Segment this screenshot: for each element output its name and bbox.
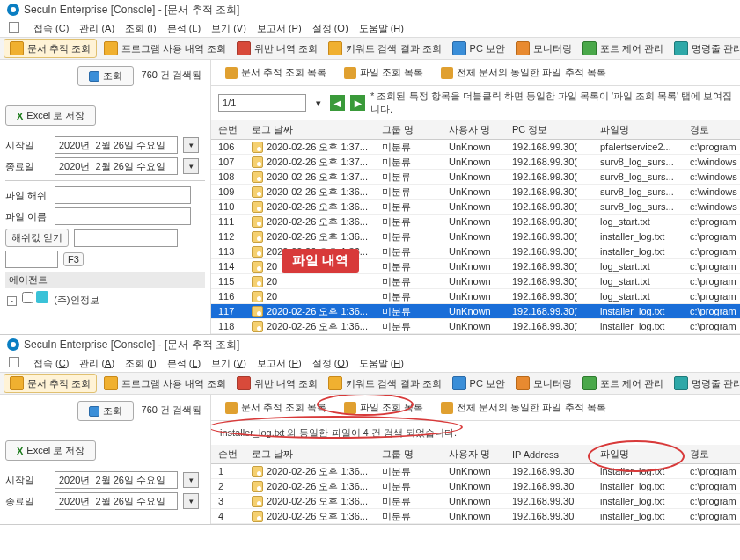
menu-view[interactable]: 보기 (V) [211,357,246,369]
tool-violation[interactable]: 위반 내역 조회 [233,40,321,57]
tab-trace-list[interactable]: 문서 추적 조회 목록 [218,398,333,417]
menu-connect[interactable]: 접속 (C) [33,357,69,369]
agent-name[interactable]: (주)인정보 [54,295,99,305]
query-button[interactable]: 조회 [77,401,134,421]
table-row[interactable]: 115 20 미분류 UnKnown 192.168.99.30( log_st… [211,274,740,289]
menu-analyze[interactable]: 분석 (L) [167,22,201,34]
control-box-icon[interactable] [9,22,19,33]
tab-identical-files[interactable]: 전체 문서의 동일한 파일 추적 목록 [434,63,612,82]
file-hash-input[interactable] [55,186,191,204]
tool-port[interactable]: 포트 제어 관리 [579,375,667,392]
end-date-input[interactable] [55,157,178,175]
page-prev-button[interactable]: ◀ [330,95,345,111]
start-date-input[interactable] [55,136,178,154]
tool-monitoring[interactable]: 모니터링 [512,40,575,57]
tool-violation[interactable]: 위반 내역 조회 [233,375,321,392]
table-row[interactable]: 109 2020-02-26 오후 1:36... 미분류 UnKnown 19… [211,185,740,200]
menu-manage[interactable]: 관리 (A) [79,357,114,369]
tree-expand-icon[interactable]: - [7,296,17,306]
tab-trace-list[interactable]: 문서 추적 조회 목록 [218,63,333,82]
col-no[interactable]: 순번 [211,123,252,136]
col-group[interactable]: 그룹 명 [382,447,449,461]
hash-calc-button[interactable]: 해쉬값 얻기 [5,229,69,247]
table-row[interactable]: 111 2020-02-26 오후 1:36... 미분류 UnKnown 19… [211,215,740,229]
col-pc[interactable]: PC 정보 [512,123,600,136]
menu-help[interactable]: 도움말 (H) [359,357,404,369]
tool-doc-trace[interactable]: 문서 추적 조회 [4,39,97,58]
col-date[interactable]: 로그 날짜 [252,447,382,461]
col-user[interactable]: 사용자 명 [449,447,512,461]
menu-query[interactable]: 조회 (I) [125,357,156,369]
table-row[interactable]: 112 2020-02-26 오후 1:36... 미분류 UnKnown 19… [211,229,740,244]
query-button[interactable]: 조회 [77,66,134,86]
col-no[interactable]: 순번 [211,447,252,461]
table-row[interactable]: 116 20 미분류 UnKnown 192.168.99.30( log_st… [211,289,740,304]
menu-manage[interactable]: 관리 (A) [79,22,114,34]
tool-monitoring[interactable]: 모니터링 [512,375,575,392]
tool-cmdline[interactable]: 명령줄 관리 [670,40,740,57]
table-row[interactable]: 117 2020-02-26 오후 1:36... 미분류 UnKnown 19… [211,304,740,319]
menu-help[interactable]: 도움말 (H) [359,22,404,34]
agent-root-checkbox[interactable] [22,292,33,303]
table-row[interactable]: 118 2020-02-26 오후 1:36... 미분류 UnKnown 19… [211,319,740,334]
table-row[interactable]: 3 2020-02-26 오후 1:36... 미분류 UnKnown 192.… [211,494,740,509]
cell-filename: installer_log.txt [600,321,690,331]
f3-input[interactable] [5,251,58,268]
col-path[interactable]: 경로 [690,447,740,461]
tab-icon [225,67,238,79]
tool-program-usage[interactable]: 프로그램 사용 내역 조회 [100,40,230,57]
col-user[interactable]: 사용자 명 [449,123,512,136]
menu-connect[interactable]: 접속 (C) [33,22,69,34]
menu-settings[interactable]: 설정 (O) [312,357,348,369]
cell-no: 1 [211,466,252,476]
table-row[interactable]: 107 2020-02-26 오후 1:37... 미분류 UnKnown 19… [211,155,740,170]
control-box-icon[interactable] [9,357,19,367]
menu-report[interactable]: 보고서 (P) [257,22,302,34]
tool-doc-trace[interactable]: 문서 추적 조회 [4,374,97,393]
menu-view[interactable]: 보기 (V) [211,22,246,34]
col-ip[interactable]: IP Address [512,449,600,460]
tool-pc-security[interactable]: PC 보안 [449,375,509,392]
table-row[interactable]: 2 2020-02-26 오후 1:36... 미분류 UnKnown 192.… [211,479,740,494]
f3-button[interactable]: F3 [63,252,84,266]
file-name-input[interactable] [55,207,191,225]
page-next-button[interactable]: ▶ [350,95,365,111]
cell-user: UnKnown [449,321,512,331]
col-path[interactable]: 경로 [690,123,740,136]
menu-query[interactable]: 조회 (I) [125,22,156,34]
tool-keyword[interactable]: 키워드 검색 결과 조회 [325,40,444,57]
start-date-input[interactable] [55,471,178,489]
tool-program-usage[interactable]: 프로그램 사용 내역 조회 [100,375,230,392]
cell-user: UnKnown [449,511,512,521]
end-date-picker[interactable]: ▾ [183,158,199,174]
col-date[interactable]: 로그 날짜 [252,123,382,136]
cell-path: c:\program [690,481,740,491]
table-row[interactable]: 4 2020-02-26 오후 1:36... 미분류 UnKnown 192.… [211,509,740,524]
cell-pc: 192.168.99.30 [512,511,600,521]
tab-identical-files[interactable]: 전체 문서의 동일한 파일 추적 목록 [434,398,612,417]
excel-save-button[interactable]: XExcel 로 저장 [5,105,96,126]
start-date-picker[interactable]: ▾ [183,137,199,153]
excel-save-button[interactable]: XExcel 로 저장 [5,440,96,461]
col-filename[interactable]: 파일명 [600,123,690,136]
end-date-picker[interactable]: ▾ [183,493,199,509]
page-select[interactable] [218,94,306,112]
menu-analyze[interactable]: 분석 (L) [167,357,201,369]
cell-group: 미분류 [382,495,449,508]
cell-date: 2020-02-26 오후 1:37... [252,141,382,154]
tool-cmdline[interactable]: 명령줄 관리 [670,375,740,392]
table-row[interactable]: 106 2020-02-26 오후 1:37... 미분류 UnKnown 19… [211,140,740,155]
hash-calc-input[interactable] [74,229,178,247]
tab-file-list[interactable]: 파일 조회 목록 [337,63,430,82]
col-group[interactable]: 그룹 명 [382,123,449,136]
tool-pc-security[interactable]: PC 보안 [449,40,509,57]
annotation-badge: 파일 내역 [282,249,359,273]
tool-keyword[interactable]: 키워드 검색 결과 조회 [325,375,444,392]
end-date-input[interactable] [55,492,178,510]
menu-settings[interactable]: 설정 (O) [312,22,348,34]
table-row[interactable]: 108 2020-02-26 오후 1:37... 미분류 UnKnown 19… [211,170,740,185]
start-date-picker[interactable]: ▾ [183,472,199,488]
menu-report[interactable]: 보고서 (P) [257,357,302,369]
tool-port[interactable]: 포트 제어 관리 [579,40,667,57]
table-row[interactable]: 110 2020-02-26 오후 1:36... 미분류 UnKnown 19… [211,200,740,215]
